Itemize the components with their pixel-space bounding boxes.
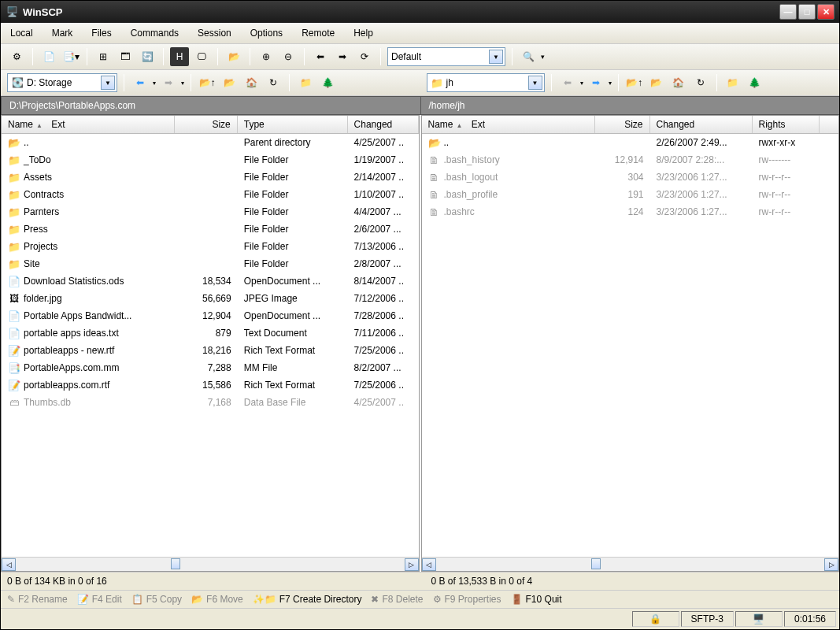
- saved-sessions-button[interactable]: 📑▾: [61, 47, 80, 66]
- file-row[interactable]: .bash_history12,9148/9/2007 2:28:...rw--…: [422, 151, 839, 169]
- remote-col-rights[interactable]: Rights: [753, 116, 820, 133]
- file-row[interactable]: ProjectsFile Folder7/13/2006 ..: [2, 238, 419, 255]
- file-type: File Folder: [238, 239, 348, 254]
- select-button[interactable]: ⊕: [257, 47, 276, 66]
- remote-file-list[interactable]: ..2/26/2007 2:49...rwxr-xr-x.bash_histor…: [422, 134, 839, 557]
- file-row[interactable]: .bashrc1243/23/2006 1:27...rw-r--r--: [422, 203, 839, 220]
- download-button[interactable]: ➡: [333, 47, 352, 66]
- deselect-button[interactable]: ⊖: [279, 47, 298, 66]
- open-terminal-button[interactable]: 🖵: [192, 47, 211, 66]
- scroll-right-button[interactable]: ▷: [824, 558, 838, 571]
- upload-button[interactable]: ⬅: [311, 47, 330, 66]
- menu-help[interactable]: Help: [350, 26, 376, 40]
- close-button[interactable]: ✕: [817, 4, 834, 20]
- local-home-button[interactable]: 🏠: [242, 73, 261, 92]
- file-row[interactable]: folder.jpg56,669JPEG Image7/12/2006 ..: [2, 290, 419, 307]
- file-row[interactable]: .bash_logout3043/23/2006 1:27...rw-r--r-…: [422, 169, 839, 186]
- local-col-size[interactable]: Size: [175, 116, 238, 133]
- file-row[interactable]: ContractsFile Folder1/10/2007 ..: [2, 186, 419, 203]
- local-drive-combo[interactable]: D: Storage ▼: [7, 73, 117, 92]
- remote-home-button[interactable]: 🏠: [669, 73, 688, 92]
- file-row[interactable]: _ToDoFile Folder1/19/2007 ..: [2, 151, 419, 169]
- remote-bookmark-button[interactable]: 📁: [723, 73, 742, 92]
- f8-delete-button[interactable]: ✖F8 Delete: [371, 594, 423, 605]
- file-row[interactable]: PressFile Folder2/6/2007 ...: [2, 220, 419, 238]
- local-refresh-button[interactable]: ↻: [264, 73, 283, 92]
- local-parent-button[interactable]: 📂↑: [198, 73, 216, 92]
- commander-button[interactable]: ⊞: [94, 47, 113, 66]
- menu-session[interactable]: Session: [194, 26, 235, 40]
- file-row[interactable]: SiteFile Folder2/8/2007 ...: [2, 255, 419, 272]
- local-path-label[interactable]: D:\Projects\PortableApps.com: [1, 96, 420, 115]
- encryption-status: 🔒: [632, 611, 679, 627]
- sync-browse-button[interactable]: 🔄: [138, 47, 157, 66]
- dropdown-arrow-icon[interactable]: ▾: [541, 53, 545, 61]
- f7-create-directory-button[interactable]: ✨📁F7 Create Directory: [253, 594, 362, 605]
- file-row[interactable]: ..2/26/2007 2:49...rwxr-xr-x: [422, 134, 839, 151]
- f6-move-button[interactable]: 📂F6 Move: [191, 594, 243, 605]
- file-row[interactable]: ParntersFile Folder4/4/2007 ...: [2, 203, 419, 220]
- remote-parent-button[interactable]: 📂↑: [625, 73, 644, 92]
- remote-col-changed[interactable]: Changed: [650, 116, 753, 133]
- file-row[interactable]: Portable Apps Bandwidt...12,904OpenDocum…: [2, 307, 419, 324]
- file-changed: 4/25/2007 ..: [348, 135, 419, 150]
- new-session-button[interactable]: 📄: [39, 47, 58, 66]
- menu-mark[interactable]: Mark: [49, 26, 76, 40]
- local-back-button[interactable]: ⬅: [131, 73, 150, 92]
- transfer-preset-combo[interactable]: Default ▼: [387, 47, 505, 66]
- scroll-left-button[interactable]: ◁: [2, 558, 16, 571]
- local-root-button[interactable]: 📂: [220, 73, 239, 92]
- remote-col-name[interactable]: Name▲ Ext: [422, 116, 595, 133]
- local-forward-button[interactable]: ➡: [159, 73, 178, 92]
- f9-properties-button[interactable]: ⚙F9 Properties: [433, 594, 501, 605]
- scroll-left-button[interactable]: ◁: [422, 558, 436, 571]
- preferences-button[interactable]: ⚙: [7, 47, 26, 66]
- remote-back-button[interactable]: ⬅: [558, 73, 577, 92]
- file-row[interactable]: AssetsFile Folder2/14/2007 ..: [2, 169, 419, 186]
- console-button[interactable]: H: [170, 47, 189, 66]
- local-col-name[interactable]: Name▲ Ext: [2, 116, 175, 133]
- local-col-changed[interactable]: Changed: [348, 116, 419, 133]
- maximize-button[interactable]: □: [798, 4, 816, 20]
- local-file-list[interactable]: ..Parent directory4/25/2007 .._ToDoFile …: [2, 134, 419, 557]
- scroll-right-button[interactable]: ▷: [405, 558, 419, 571]
- remote-root-button[interactable]: 📂: [647, 73, 666, 92]
- file-dat-icon: [428, 154, 441, 166]
- remote-tree-button[interactable]: 🌲: [746, 73, 764, 92]
- remote-forward-button[interactable]: ➡: [587, 73, 605, 92]
- remote-path-label[interactable]: /home/jh: [420, 96, 840, 115]
- queue-button[interactable]: ⟳: [355, 47, 374, 66]
- file-row[interactable]: portable apps ideas.txt879Text Document7…: [2, 324, 419, 342]
- file-row[interactable]: PortableApps.com.mm7,288MM File8/2/2007 …: [2, 359, 419, 376]
- file-row[interactable]: .bash_profile1913/23/2006 1:27...rw-r--r…: [422, 186, 839, 203]
- file-row[interactable]: Download Statistics.ods18,534OpenDocumen…: [2, 272, 419, 290]
- file-row[interactable]: ..Parent directory4/25/2007 ..: [2, 134, 419, 151]
- file-txt-icon: [8, 327, 20, 339]
- remote-scrollbar[interactable]: ◁ ▷: [422, 557, 839, 571]
- menu-commands[interactable]: Commands: [128, 26, 182, 40]
- file-row[interactable]: portableapps.com.rtf15,586Rich Text Form…: [2, 376, 419, 394]
- menu-remote[interactable]: Remote: [298, 26, 338, 40]
- local-bookmark-button[interactable]: 📁: [296, 73, 315, 92]
- f2-rename-button[interactable]: ✎F2 Rename: [7, 594, 68, 605]
- f4-edit-button[interactable]: 📝F4 Edit: [77, 594, 122, 605]
- remote-col-size[interactable]: Size: [595, 116, 650, 133]
- sync-button[interactable]: 📂: [224, 47, 243, 66]
- f5-copy-button[interactable]: 📋F5 Copy: [131, 594, 182, 605]
- compare-button[interactable]: 🔍: [519, 47, 538, 66]
- file-row[interactable]: portableapps - new.rtf18,216Rich Text Fo…: [2, 342, 419, 359]
- file-size: [595, 135, 650, 150]
- local-col-type[interactable]: Type: [238, 116, 348, 133]
- local-tree-button[interactable]: 🌲: [318, 73, 337, 92]
- file-row[interactable]: Thumbs.db7,168Data Base File4/25/2007 ..: [2, 394, 419, 411]
- remote-refresh-button[interactable]: ↻: [691, 73, 710, 92]
- minimize-button[interactable]: —: [779, 4, 797, 20]
- menu-files[interactable]: Files: [88, 26, 114, 40]
- menu-options[interactable]: Options: [247, 26, 286, 40]
- explorer-button[interactable]: 🗔: [116, 47, 135, 66]
- menu-local[interactable]: Local: [7, 26, 36, 40]
- remote-dir-combo[interactable]: jh ▼: [427, 73, 545, 92]
- local-scrollbar[interactable]: ◁ ▷: [2, 557, 419, 571]
- f10-quit-button[interactable]: 🚪F10 Quit: [511, 594, 562, 605]
- file-changed: 2/26/2007 2:49...: [650, 135, 753, 150]
